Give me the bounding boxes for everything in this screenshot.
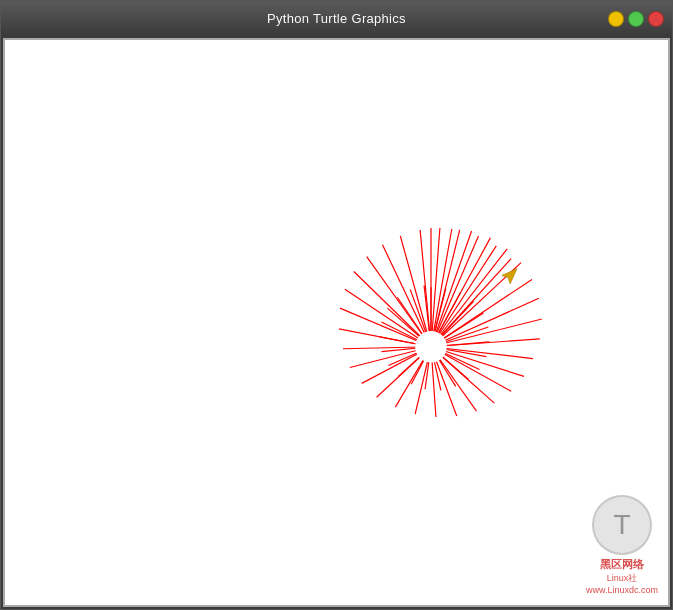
main-window: Python Turtle Graphics [0,0,673,610]
svg-marker-59 [502,264,522,284]
watermark-url: www.Linuxdc.com [586,585,658,595]
turtle-cursor [502,264,522,284]
svg-line-26 [354,272,431,347]
titlebar: Python Turtle Graphics [1,1,672,36]
turtle-canvas-area: T 黑区网络 Linux社 www.Linuxdc.com [3,38,670,607]
watermark-line1: 黑区网络 [600,557,644,572]
maximize-button[interactable] [628,11,644,27]
center-circle [416,332,446,362]
svg-line-1 [431,229,452,347]
window-title: Python Turtle Graphics [267,11,406,26]
watermark-icon: T [592,495,652,555]
window-controls [608,11,664,27]
minimize-button[interactable] [608,11,624,27]
close-button[interactable] [648,11,664,27]
watermark-line2: Linux社 [607,572,638,585]
svg-line-2 [431,231,472,347]
watermark-symbol: T [613,509,630,541]
watermark: T 黑区网络 Linux社 www.Linuxdc.com [586,495,658,595]
turtle-graphics-svg [5,40,668,605]
